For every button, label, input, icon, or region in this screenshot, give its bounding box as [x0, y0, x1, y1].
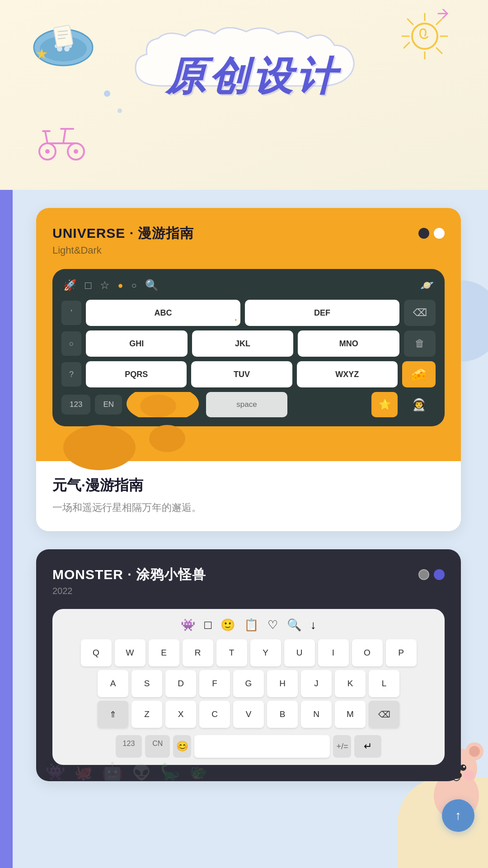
universe-card-text: 元气·漫游指南 一场和遥远行星相隔万年的邂逅。 [36, 461, 461, 531]
monster-dot-gray [418, 569, 429, 580]
universe-brand: UNIVERSE [52, 226, 125, 241]
svg-text:★: ★ [35, 46, 48, 62]
kb-punct-apostrophe[interactable]: ' [61, 301, 81, 325]
kb-key-t[interactable]: T [216, 639, 247, 666]
kb-key-l[interactable]: L [369, 670, 399, 697]
kb-key-m[interactable]: M [335, 701, 366, 728]
kb-key-def[interactable]: DEF [245, 300, 399, 326]
svg-rect-20 [53, 25, 73, 47]
kb-punct-o[interactable]: ○ [61, 331, 81, 356]
kb-icon-circle2: ○ [131, 280, 137, 291]
kb-cheese-key[interactable]: 🧀 [402, 361, 436, 387]
monster-separator: · [127, 567, 131, 582]
kb-backspace[interactable]: ⌫ [404, 300, 436, 326]
kb-key-e[interactable]: E [149, 639, 179, 666]
orange-blob-1 [63, 425, 136, 470]
kb-key-tuv[interactable]: TUV [191, 361, 292, 387]
monster-icon-copy: 📋 [244, 618, 258, 632]
kb-num-key[interactable]: 123 [61, 395, 90, 415]
dot-white [434, 228, 445, 239]
kb-key-wxyz[interactable]: WXYZ [297, 361, 398, 387]
kb-key-g[interactable]: G [233, 670, 264, 697]
kb-key-x[interactable]: X [165, 701, 196, 728]
kb-key-h[interactable]: H [267, 670, 298, 697]
kb-key-pqrs[interactable]: PQRS [86, 361, 187, 387]
monster-icon-square: □ [204, 618, 211, 632]
universe-card[interactable]: UNIVERSE · 漫游指南 Light&Dark [36, 208, 461, 531]
svg-point-40 [460, 764, 466, 771]
kb-key-p[interactable]: P [386, 639, 417, 666]
sidebar-accent [0, 190, 13, 868]
monster-icon-search: 🔍 [287, 618, 301, 632]
kb-key-o[interactable]: O [352, 639, 383, 666]
kb-key-f[interactable]: F [199, 670, 230, 697]
kb-emoji-key[interactable]: ⭐ [371, 392, 398, 417]
universe-brand-title: UNIVERSE · 漫游指南 [52, 224, 194, 243]
orange-blob-2 [149, 425, 185, 452]
kb-key-u[interactable]: U [284, 639, 315, 666]
monster-title-text: 涂鸦小怪兽 [136, 567, 206, 582]
kb-icon-square: □ [85, 279, 92, 292]
svg-point-42 [463, 766, 465, 768]
doodle-monsters-bg: 👾 🐙 🤖 👽 🦕 🐲 [36, 745, 461, 781]
universe-card-desc: 一场和遥远行星相隔万年的邂逅。 [52, 500, 445, 515]
kb-wxyz-label: WXYZ [335, 370, 359, 379]
svg-point-38 [469, 746, 480, 757]
kb-key-mno[interactable]: MNO [298, 330, 399, 357]
kb-astronaut-key[interactable]: 👨‍🚀 [402, 392, 436, 417]
svg-line-6 [436, 48, 442, 53]
kb-key-d[interactable]: D [165, 670, 196, 697]
monster-kb-row-3: ⇑ Z X C V B N M ⌫ [60, 701, 437, 728]
kb-key-ghi[interactable]: GHI [86, 330, 188, 357]
kb-space-label: space [236, 400, 257, 409]
kb-key-w[interactable]: W [115, 639, 145, 666]
kb-key-k[interactable]: K [335, 670, 366, 697]
kb-delete[interactable]: 🗑 [404, 330, 436, 357]
kb-punct-col-2: ○ [61, 331, 81, 356]
universe-card-name: 元气·漫游指南 [52, 476, 445, 495]
monster-icon-heart: ♡ [267, 618, 278, 632]
kb-key-r[interactable]: R [183, 639, 213, 666]
monster-brand: MONSTER [52, 567, 123, 582]
kb-punct-q[interactable]: ? [61, 362, 81, 387]
sun-decoration [398, 9, 452, 63]
kb-toolbar: 🚀 □ ☆ ● ○ 🔍 🪐 [61, 279, 436, 292]
monster-icon-down: ↓ [310, 618, 316, 632]
kb-key-a[interactable]: A [98, 670, 128, 697]
kb-icon-rocket: 🚀 [63, 279, 77, 292]
kb-key-v[interactable]: V [233, 701, 264, 728]
universe-keyboard-mockup: 🚀 □ ☆ ● ○ 🔍 🪐 ' [52, 269, 445, 426]
svg-line-31 [45, 131, 47, 143]
kb-key-j[interactable]: J [301, 670, 332, 697]
monster-kb-toolbar: 👾 □ 🙂 📋 ♡ 🔍 ↓ [60, 618, 437, 632]
svg-line-7 [436, 19, 442, 24]
svg-line-5 [408, 19, 413, 24]
kb-key-backspace[interactable]: ⌫ [369, 701, 399, 728]
kb-row-2: ○ GHI JKL MNO 🗑 [61, 330, 436, 357]
kb-space-area: space [127, 392, 367, 417]
scroll-top-button[interactable]: ↑ [442, 799, 474, 832]
kb-space-key[interactable]: space [206, 392, 287, 417]
top-section: ★ 原创设计 [0, 0, 488, 190]
kb-key-jkl[interactable]: JKL [192, 330, 294, 357]
kb-key-y[interactable]: Y [250, 639, 281, 666]
kb-key-c[interactable]: C [199, 701, 230, 728]
monster-subtitle: 2022 [52, 586, 206, 596]
kb-key-z[interactable]: Z [131, 701, 162, 728]
kb-key-b[interactable]: B [267, 701, 298, 728]
kb-bottom-row: 123 EN space [61, 392, 436, 417]
kb-key-i[interactable]: I [318, 639, 349, 666]
kb-key-q[interactable]: Q [81, 639, 112, 666]
kb-icon-star: ☆ [100, 279, 110, 292]
kb-key-shift[interactable]: ⇑ [98, 701, 128, 728]
kb-punct-col: ' [61, 301, 81, 325]
svg-point-27 [74, 149, 78, 154]
kb-key-s[interactable]: S [131, 670, 162, 697]
kb-key-n[interactable]: N [301, 701, 332, 728]
monster-card-top: MONSTER · 涂鸦小怪兽 2022 [36, 549, 461, 781]
page-title: 原创设计 [166, 50, 339, 104]
monster-card[interactable]: MONSTER · 涂鸦小怪兽 2022 [36, 549, 461, 781]
cards-container: UNIVERSE · 漫游指南 Light&Dark [0, 190, 488, 799]
kb-key-abc[interactable]: ABC ▪ [86, 300, 240, 326]
kb-lang-key[interactable]: EN [95, 395, 122, 415]
